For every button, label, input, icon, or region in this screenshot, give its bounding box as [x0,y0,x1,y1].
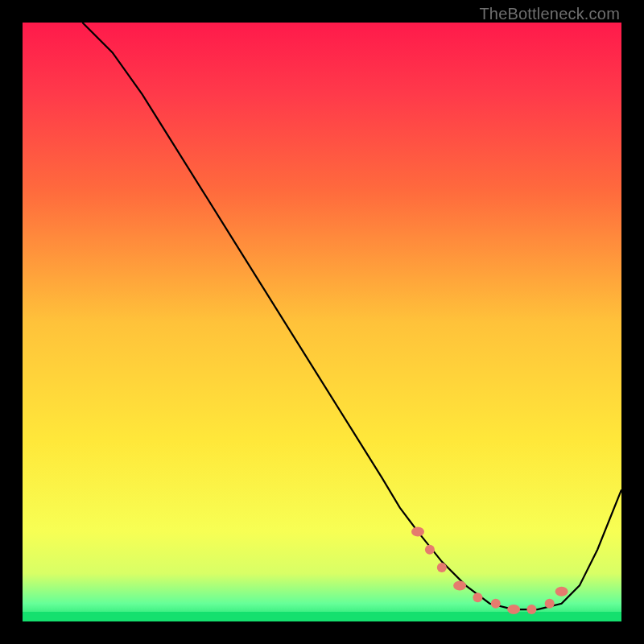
marker-dot [526,605,536,614]
marker-dot [473,592,482,602]
gradient-background [23,23,621,621]
marker-dot [491,599,501,609]
chart-frame [23,23,621,621]
marker-dot [411,526,424,536]
bottleneck-chart [23,23,621,621]
marker-dot [507,605,520,614]
watermark-text: TheBottleneck.com [479,5,620,23]
marker-dot [555,587,568,597]
marker-dot [437,563,447,572]
marker-dot [545,599,555,609]
marker-dot [425,545,435,555]
marker-dot [453,580,466,590]
